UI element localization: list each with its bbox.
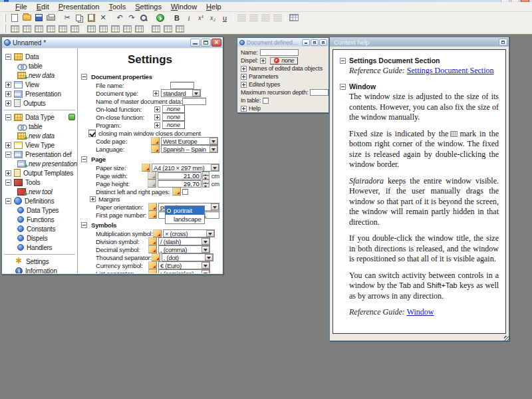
- menu-edit[interactable]: Edit: [32, 3, 54, 11]
- expander-plus-icon[interactable]: [241, 66, 247, 72]
- division-combo[interactable]: / (slash): [158, 237, 210, 245]
- subscript-button[interactable]: x₂: [207, 13, 219, 23]
- paste-button[interactable]: [85, 13, 97, 23]
- expander-plus-icon[interactable]: [154, 114, 160, 120]
- expander-minus-icon[interactable]: [81, 74, 87, 80]
- inherit-override-button[interactable]: [148, 203, 157, 211]
- insert-data-object-button[interactable]: [154, 13, 166, 23]
- expander-plus-icon[interactable]: [5, 91, 11, 97]
- expander-minus-icon[interactable]: [340, 58, 346, 64]
- bold-button[interactable]: B: [171, 13, 183, 23]
- expander-plus-icon[interactable]: [154, 106, 160, 112]
- table-tool-button[interactable]: [109, 24, 121, 34]
- expander-minus-icon[interactable]: [5, 114, 11, 120]
- print-button[interactable]: [45, 13, 57, 23]
- currency-combo[interactable]: € (Euro): [158, 261, 210, 269]
- distinct-pages-checkbox[interactable]: [182, 189, 188, 195]
- menu-presentation[interactable]: Presentation: [54, 3, 104, 11]
- decimal-combo[interactable]: , (comma): [158, 245, 210, 253]
- table-tool-button[interactable]: [133, 24, 145, 34]
- dropdown-option-portrait[interactable]: portrait: [166, 206, 204, 215]
- expander-plus-icon[interactable]: [154, 122, 160, 128]
- list-separator-combo[interactable]: ; (semicolon): [158, 269, 210, 273]
- insert-table-button[interactable]: [288, 13, 300, 23]
- expander-plus-icon[interactable]: [5, 170, 11, 176]
- expander-plus-icon[interactable]: [5, 100, 11, 106]
- expander-plus-icon[interactable]: [241, 74, 247, 80]
- in-table-checkbox[interactable]: [263, 98, 269, 104]
- undo-button[interactable]: ↶: [114, 13, 126, 23]
- table-tool-button[interactable]: [9, 24, 21, 34]
- tree-item-tools[interactable]: Tools: [2, 178, 77, 187]
- chevron-down-icon[interactable]: [209, 138, 217, 144]
- expander-minus-icon[interactable]: [81, 222, 87, 228]
- inherit-override-button[interactable]: [151, 145, 160, 153]
- help-section-window[interactable]: Window: [340, 82, 499, 90]
- chevron-down-icon[interactable]: [211, 203, 219, 210]
- expander-plus-icon[interactable]: [5, 142, 11, 148]
- cut-button[interactable]: ✂: [61, 13, 73, 23]
- window-link[interactable]: Window: [407, 307, 434, 317]
- tree-item-output-templates[interactable]: Output Templates: [2, 168, 77, 178]
- menu-tools[interactable]: Tools: [104, 3, 131, 11]
- section-page[interactable]: Page: [78, 155, 222, 164]
- menu-help[interactable]: Help: [201, 3, 226, 11]
- dialog-row-edited-types[interactable]: Edited types: [237, 80, 329, 88]
- dialog-row-help[interactable]: Help: [237, 104, 329, 112]
- tree-item-view[interactable]: View: [2, 80, 77, 89]
- close-button[interactable]: [211, 39, 221, 47]
- table-tool-button[interactable]: [150, 24, 162, 34]
- paper-size-combo[interactable]: A4 (210 × 297 mm): [152, 164, 219, 172]
- tree-item-table[interactable]: table: [2, 61, 77, 70]
- tree-item-data[interactable]: Data: [2, 52, 77, 61]
- align-justify-button[interactable]: [271, 13, 283, 23]
- close-button[interactable]: [319, 39, 327, 46]
- tree-item-outputs[interactable]: Outputs: [2, 98, 77, 108]
- align-center-button[interactable]: [247, 13, 259, 23]
- close-button[interactable]: [499, 39, 507, 46]
- tree-item-dispels[interactable]: Dispels: [2, 233, 77, 243]
- file-name-input[interactable]: [170, 82, 194, 89]
- table-tool-button[interactable]: [68, 24, 80, 34]
- thousand-combo[interactable]: . (dot): [162, 253, 213, 261]
- document-type-combo[interactable]: standard: [161, 89, 201, 97]
- tree-item-data-type[interactable]: Data Type: [2, 112, 77, 122]
- chevron-down-icon[interactable]: [205, 254, 213, 261]
- menu-file[interactable]: File: [11, 3, 32, 11]
- page-width-stepper[interactable]: [202, 172, 209, 180]
- tree-item-view-type[interactable]: View Type: [2, 140, 77, 150]
- inherit-override-button[interactable]: [148, 245, 157, 253]
- max-recursion-input[interactable]: [310, 89, 329, 96]
- minimize-button[interactable]: [302, 39, 310, 46]
- help-titlebar[interactable]: Context help: [330, 37, 509, 47]
- code-page-combo[interactable]: West Europe: [161, 137, 218, 145]
- help-section-settings[interactable]: Settings Document Section: [340, 57, 499, 65]
- open-button[interactable]: [21, 13, 33, 23]
- tree-item-new-data[interactable]: new data: [2, 70, 77, 80]
- table-tool-button[interactable]: [97, 24, 109, 34]
- dialog-row-names-of-edited[interactable]: Names of edited data objects: [237, 65, 329, 72]
- page-height-input[interactable]: [158, 180, 201, 188]
- menu-window[interactable]: Window: [166, 3, 201, 11]
- expander-minus-icon[interactable]: [5, 152, 11, 158]
- restore-button[interactable]: [311, 39, 319, 46]
- dispel-none-button[interactable]: none: [270, 57, 298, 65]
- tree-item-data-types[interactable]: Data Types: [2, 205, 77, 215]
- tree-item-constants[interactable]: Constants: [2, 224, 77, 233]
- dialog-titlebar[interactable]: Document defined...: [237, 38, 329, 47]
- closing-document-checkbox[interactable]: [88, 130, 96, 137]
- redo-button[interactable]: ↷: [126, 13, 138, 23]
- chevron-down-icon[interactable]: [201, 246, 209, 253]
- tree-item-functions[interactable]: Functions: [2, 215, 77, 224]
- table-tool-button[interactable]: [174, 24, 186, 34]
- resize-handle[interactable]: [504, 336, 510, 342]
- inherit-override-button[interactable]: [172, 188, 181, 196]
- chevron-down-icon[interactable]: [209, 146, 217, 152]
- table-tool-button[interactable]: [121, 24, 133, 34]
- page-width-input[interactable]: [158, 172, 201, 180]
- inherit-override-button[interactable]: [153, 229, 162, 237]
- dialog-row-parameters[interactable]: Parameters: [237, 72, 329, 80]
- master-document-input[interactable]: [182, 98, 206, 105]
- toolbar-grip[interactable]: [4, 25, 6, 33]
- on-close-none-button[interactable]: none: [162, 113, 185, 121]
